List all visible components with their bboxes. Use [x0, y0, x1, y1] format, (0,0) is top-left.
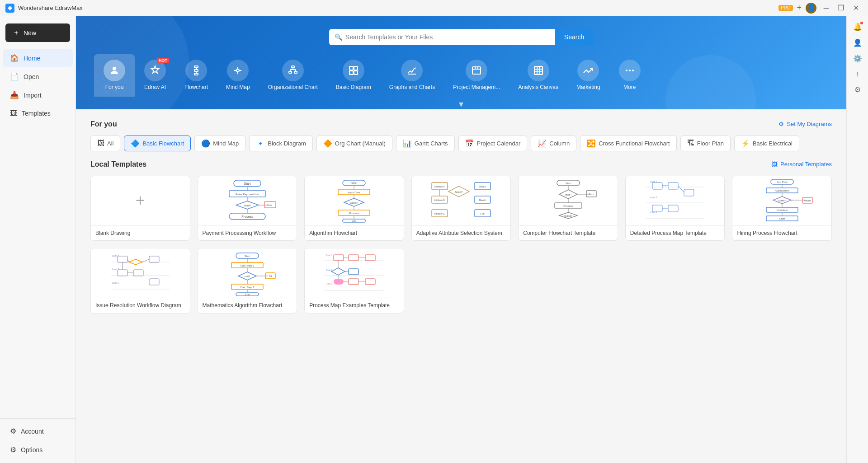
svg-text:Valid?: Valid?: [244, 204, 251, 207]
gantt-icon: 📊: [403, 139, 412, 148]
sidebar-label-options: Options: [21, 446, 42, 454]
svg-rect-21: [354, 71, 358, 75]
category-label-graphs: Graphs and Charts: [389, 84, 435, 91]
svg-rect-164: [349, 255, 359, 261]
filter-project-cal[interactable]: 📅 Project Calendar: [458, 136, 528, 151]
svg-text:End: End: [481, 212, 485, 215]
template-card-payment[interactable]: Start Enter Payment Info Valid? Process: [198, 176, 297, 241]
pro-badge: PRO: [778, 5, 793, 11]
window-controls: 👤 ─ ❒ ✕: [806, 3, 863, 14]
filter-block-diagram[interactable]: 🔹 Block Diagram: [249, 136, 313, 151]
svg-rect-27: [534, 66, 542, 75]
svg-text:n>0?: n>0?: [245, 275, 250, 278]
filter-label-column: Column: [549, 140, 570, 147]
category-org-chart[interactable]: Organizational Chart: [259, 54, 327, 97]
category-graphs[interactable]: Graphs and Charts: [380, 54, 444, 97]
restore-button[interactable]: ❒: [834, 4, 848, 12]
category-basic-diagram[interactable]: Basic Diagram: [327, 54, 380, 97]
svg-text:Lane 3: Lane 3: [650, 211, 657, 214]
category-more[interactable]: More: [609, 54, 650, 97]
svg-rect-99: [652, 182, 662, 189]
account-button[interactable]: 👤: [849, 36, 866, 50]
svg-point-34: [632, 70, 634, 71]
svg-marker-166: [331, 268, 345, 275]
template-card-hiring[interactable]: Job Post Applications Screen Interview: [732, 176, 832, 241]
search-input[interactable]: [329, 29, 555, 45]
category-project[interactable]: Project Managem...: [444, 54, 509, 97]
category-flowchart[interactable]: Flowchart: [175, 54, 217, 97]
filter-cross-func[interactable]: 🔀 Cross Functional Flowchart: [580, 136, 677, 151]
template-card-blank[interactable]: + Blank Drawing: [90, 176, 190, 241]
math-thumb: Start Calc Step 1 n>0? Calc Step 2: [198, 248, 297, 298]
svg-rect-23: [472, 67, 481, 74]
filter-all[interactable]: 🖼 All: [90, 136, 120, 151]
sidebar-label-account: Account: [21, 428, 44, 435]
computer-name: Computer Flowchart Template: [519, 226, 618, 241]
svg-text:Offer: Offer: [779, 217, 785, 220]
filter-org-chart[interactable]: 🔶 Org Chart (Manual): [316, 136, 392, 151]
search-icon: 🔍: [335, 33, 342, 41]
template-card-detailed[interactable]: Lane 1 Lane 2 Lane 3: [625, 176, 725, 241]
template-card-issue[interactable]: Lane A Lane B Lane C: [90, 248, 190, 313]
minimize-button[interactable]: ─: [820, 4, 832, 12]
all-icon: 🖼: [97, 139, 104, 147]
category-analysis[interactable]: Analysis Canvas: [509, 54, 567, 97]
user-avatar[interactable]: 👤: [806, 3, 816, 14]
category-mind-map[interactable]: Mind Map: [217, 54, 259, 97]
category-marketing[interactable]: Marketing: [567, 54, 609, 97]
svg-rect-11: [292, 66, 294, 68]
svg-text:Process: Process: [349, 212, 359, 215]
filter-basic-elec[interactable]: ⚡ Basic Electrical: [734, 136, 799, 151]
for-you-header: For you ⚙ Set My Diagrams: [90, 120, 832, 128]
sidebar-item-import[interactable]: 📥 Import: [3, 86, 73, 104]
personal-templates-action[interactable]: 🖼 Personal Templates: [772, 161, 832, 168]
search-button[interactable]: Search: [555, 29, 593, 45]
template-card-computer[interactable]: Start Input? Process Output?: [518, 176, 618, 241]
close-button[interactable]: ✕: [849, 4, 863, 12]
svg-text:Result: Result: [479, 199, 486, 201]
block-diagram-icon: 🔹: [256, 139, 265, 148]
svg-text:Lane A: Lane A: [112, 254, 119, 257]
filter-gantt[interactable]: 📊 Gantt Charts: [396, 136, 455, 151]
personal-templates-icon: 🖼: [772, 161, 778, 168]
payment-name: Payment Processing Workflow: [198, 226, 297, 241]
sidebar-item-home[interactable]: 🏠 Home: [3, 49, 73, 67]
filter-column[interactable]: 📈 Column: [531, 136, 576, 151]
category-label-basic-diagram: Basic Diagram: [336, 84, 371, 91]
new-button[interactable]: ＋ New: [5, 23, 70, 42]
template-card-math[interactable]: Start Calc Step 1 n>0? Calc Step 2: [198, 248, 297, 313]
filter-floor-plan[interactable]: 🏗 Floor Plan: [680, 136, 731, 151]
detailed-thumb: Lane 1 Lane 2 Lane 3: [626, 176, 725, 226]
template-card-algorithm[interactable]: Start Input Data Cond? Process: [304, 176, 404, 241]
svg-rect-2: [194, 70, 198, 71]
category-edraw-ai[interactable]: HOT Edraw AI: [135, 54, 175, 97]
svg-rect-12: [289, 71, 292, 73]
filter-basic-flowchart[interactable]: 🔷 Basic Flowchart: [124, 136, 191, 151]
sidebar-item-options[interactable]: ⚙ Options: [3, 441, 73, 458]
apps-button[interactable]: ⚙️: [849, 51, 866, 65]
plus-icon: ＋: [13, 28, 20, 37]
hiring-name: Hiring Process Flowchart: [732, 226, 831, 241]
svg-text:Calc Step 2: Calc Step 2: [240, 286, 255, 289]
sidebar-item-open[interactable]: 📄 Open: [3, 68, 73, 85]
svg-text:Attribute B: Attribute B: [434, 199, 445, 201]
set-diagrams-action[interactable]: ⚙ Set My Diagrams: [778, 121, 832, 127]
svg-rect-170: [365, 279, 375, 285]
new-tab-button[interactable]: +: [793, 2, 806, 14]
hot-badge: HOT: [157, 58, 169, 63]
svg-rect-130: [118, 256, 127, 262]
sidebar-item-templates[interactable]: 🖼 Templates: [3, 105, 73, 122]
template-card-adaptive[interactable]: Attribute A Attribute B Attribute C Sele…: [411, 176, 511, 241]
settings-button[interactable]: ⚙: [851, 83, 864, 97]
share-button[interactable]: ↑: [852, 67, 863, 81]
template-card-process-map[interactable]: Row 1 Row 2 Row 3: [304, 248, 404, 313]
filter-mind-map[interactable]: 🔵 Mind Map: [194, 136, 245, 151]
category-label-flowchart: Flowchart: [184, 84, 208, 91]
filter-row: 🖼 All 🔷 Basic Flowchart 🔵 Mind Map 🔹 Blo…: [90, 136, 832, 151]
content-area: 🔍 Search For you HOT Edraw AI: [76, 16, 846, 463]
filter-label-org-chart: Org Chart (Manual): [335, 140, 386, 147]
sidebar-item-account[interactable]: ⚙ Account: [3, 422, 73, 440]
svg-rect-163: [334, 255, 344, 261]
notification-button[interactable]: 🔔: [849, 20, 866, 34]
category-for-you[interactable]: For you: [94, 54, 135, 97]
